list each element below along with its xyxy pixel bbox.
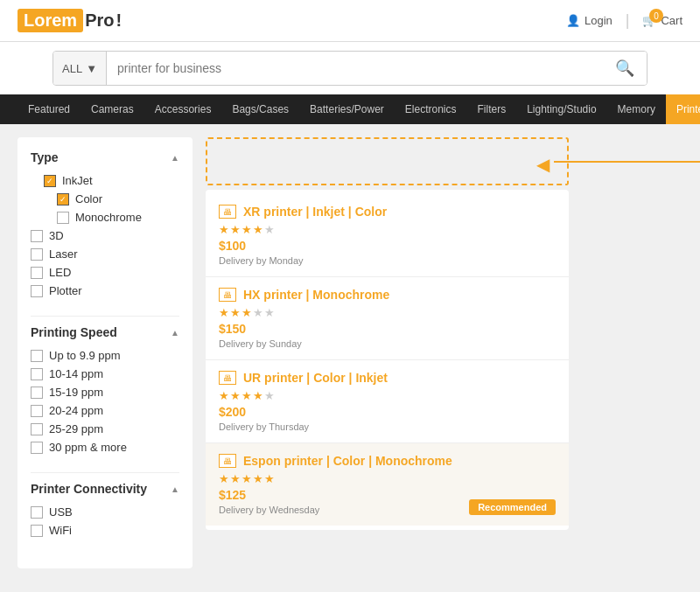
star-4-2: ★: [230, 472, 241, 485]
product-header-1: 🖶 XR printer | Inkjet | Color: [219, 205, 556, 219]
header: Lorem Pro ! 👤 Login | 0 🛒 Cart: [0, 0, 700, 42]
cart-button[interactable]: 0 🛒 Cart: [642, 14, 682, 27]
product-name-3[interactable]: UR printer | Color | Inkjet: [243, 371, 388, 385]
nav-item-electronics[interactable]: Electronics: [395, 94, 467, 124]
nav-item-accessories[interactable]: Accessories: [144, 94, 222, 124]
sidebar-item-color[interactable]: ✓ Color: [31, 190, 179, 208]
stars-4: ★ ★ ★ ★ ★: [219, 472, 556, 485]
nav-item-bags[interactable]: Bags/Cases: [221, 94, 299, 124]
sidebar-item-inkjet[interactable]: ✓ InkJet: [31, 171, 179, 190]
content-area: ◀ ▶ (50) (20) (30): [206, 137, 682, 568]
star-2-4: ★: [253, 306, 263, 319]
usb-checkbox[interactable]: [31, 506, 43, 519]
cart-badge: 0: [649, 9, 663, 23]
product-card-4: 🖶 Espon printer | Color | Monochrome ★ ★…: [206, 443, 569, 526]
star-4-3: ★: [242, 472, 252, 485]
speed3-checkbox[interactable]: [31, 387, 43, 399]
chevron-down-icon: ▼: [86, 62, 97, 75]
plotter-checkbox[interactable]: [31, 285, 43, 297]
annotation-dashed-box: [206, 137, 569, 185]
search-bar: ALL ▼ 🔍: [0, 42, 700, 94]
search-icon: 🔍: [615, 59, 634, 78]
sidebar-type-section: Type ▲ ✓ InkJet ✓ Color Monochrome 3D L: [31, 150, 179, 300]
wifi-checkbox[interactable]: [31, 525, 43, 537]
product-card-1: 🖶 XR printer | Inkjet | Color ★ ★ ★ ★ ★ …: [206, 194, 569, 277]
logo-pro: Pro: [85, 10, 114, 31]
delivery-3: Delivery by Thursday: [219, 421, 556, 432]
sidebar-connectivity-section: Printer Connectivity ▲ USB WiFi: [31, 482, 179, 540]
cart-label: Cart: [661, 14, 682, 27]
star-1-1: ★: [219, 223, 229, 236]
sidebar: Type ▲ ✓ InkJet ✓ Color Monochrome 3D L: [18, 137, 192, 568]
sidebar-item-usb[interactable]: USB: [31, 503, 179, 521]
search-button[interactable]: 🔍: [603, 52, 647, 85]
inkjet-checkbox-checked[interactable]: ✓: [44, 175, 56, 187]
sidebar-item-3d[interactable]: 3D: [31, 226, 179, 245]
sidebar-speed-title: Printing Speed ▲: [31, 325, 179, 339]
star-2-5: ★: [264, 306, 275, 319]
star-1-5: ★: [264, 223, 275, 236]
search-input[interactable]: [107, 52, 603, 85]
connectivity-chevron-up-icon: ▲: [171, 484, 179, 494]
nav-item-batteries[interactable]: Batteries/Power: [299, 94, 395, 124]
led-checkbox[interactable]: [31, 267, 43, 279]
sidebar-item-monochrome[interactable]: Monochrome: [31, 208, 179, 226]
product-card-2: 🖶 HX printer | Monochrome ★ ★ ★ ★ ★ $150…: [206, 277, 569, 360]
speed6-checkbox[interactable]: [31, 442, 43, 454]
logo-exclaim: !: [116, 10, 122, 31]
delivery-2: Delivery by Sunday: [219, 338, 556, 349]
star-4-5: ★: [264, 472, 275, 485]
speed5-checkbox[interactable]: [31, 423, 43, 435]
nav-item-memory[interactable]: Memory: [607, 94, 666, 124]
login-button[interactable]: 👤 Login: [566, 14, 612, 27]
star-2-2: ★: [230, 306, 241, 319]
search-container: ALL ▼ 🔍: [52, 51, 648, 86]
star-3-4: ★: [253, 389, 263, 402]
product-header-4: 🖶 Espon printer | Color | Monochrome: [219, 454, 556, 468]
sidebar-item-speed-6[interactable]: 30 ppm & more: [31, 438, 179, 456]
price-3: $200: [219, 405, 556, 419]
nav-item-printers[interactable]: Printers: [666, 94, 700, 124]
nav-item-filters[interactable]: Filters: [467, 94, 517, 124]
nav-item-cameras[interactable]: Cameras: [80, 94, 144, 124]
sidebar-item-speed-1[interactable]: Up to 9.9 ppm: [31, 346, 179, 365]
sidebar-item-wifi[interactable]: WiFi: [31, 521, 179, 540]
search-category-selector[interactable]: ALL ▼: [53, 52, 107, 85]
speed1-checkbox[interactable]: [31, 350, 43, 362]
nav-item-lighting[interactable]: Lighting/Studio: [516, 94, 606, 124]
search-category-label: ALL: [62, 62, 82, 75]
sidebar-item-speed-3[interactable]: 15-19 ppm: [31, 383, 179, 401]
sidebar-speed-section: Printing Speed ▲ Up to 9.9 ppm 10-14 ppm…: [31, 325, 179, 456]
delivery-4: Delivery by Wednesday Recommended: [219, 505, 556, 515]
star-1-4: ★: [253, 223, 263, 236]
star-1-3: ★: [242, 223, 252, 236]
product-name-4[interactable]: Espon printer | Color | Monochrome: [243, 454, 452, 468]
logo-lorem[interactable]: Lorem: [18, 9, 83, 32]
star-3-3: ★: [242, 389, 252, 402]
sidebar-item-laser[interactable]: Laser: [31, 245, 179, 263]
product-header-3: 🖶 UR printer | Color | Inkjet: [219, 371, 556, 385]
sidebar-item-speed-2[interactable]: 10-14 ppm: [31, 365, 179, 383]
product-name-1[interactable]: XR printer | Inkjet | Color: [243, 205, 387, 219]
printer-icon-4: 🖶: [219, 454, 236, 468]
sidebar-item-plotter[interactable]: Plotter: [31, 282, 179, 300]
star-2-3: ★: [242, 306, 252, 319]
sidebar-connectivity-title: Printer Connectivity ▲: [31, 482, 179, 496]
product-header-2: 🖶 HX printer | Monochrome: [219, 288, 556, 302]
sidebar-item-led[interactable]: LED: [31, 263, 179, 282]
sidebar-item-speed-4[interactable]: 20-24 ppm: [31, 401, 179, 420]
header-right: 👤 Login | 0 🛒 Cart: [566, 11, 682, 30]
monochrome-checkbox[interactable]: [57, 212, 69, 224]
3d-checkbox[interactable]: [31, 230, 43, 242]
speed2-checkbox[interactable]: [31, 368, 43, 380]
color-checkbox-checked[interactable]: ✓: [57, 193, 69, 205]
sidebar-item-speed-5[interactable]: 25-29 ppm: [31, 420, 179, 438]
product-name-2[interactable]: HX printer | Monochrome: [243, 288, 389, 302]
speed4-checkbox[interactable]: [31, 405, 43, 417]
star-3-1: ★: [219, 389, 229, 402]
delivery-1: Delivery by Monday: [219, 255, 556, 266]
laser-checkbox[interactable]: [31, 248, 43, 261]
sidebar-type-title: Type ▲: [31, 150, 179, 164]
nav-item-featured[interactable]: Featured: [18, 94, 80, 124]
star-3-2: ★: [230, 389, 241, 402]
